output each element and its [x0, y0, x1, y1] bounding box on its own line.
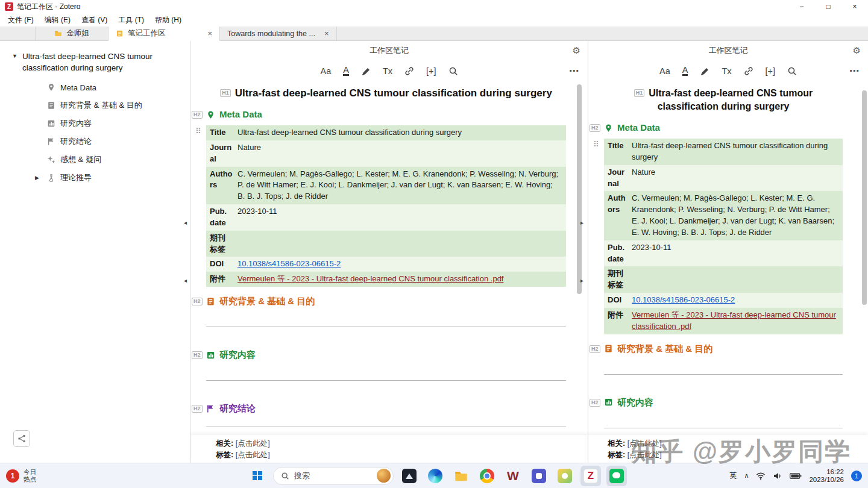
format-text-icon[interactable]: Aa	[320, 66, 331, 76]
tab-library[interactable]: 金师姐	[35, 27, 108, 40]
pane-collapse-handle[interactable]: ▸	[580, 219, 583, 226]
clear-formatting-icon[interactable]: Tx	[383, 66, 392, 76]
start-button[interactable]	[247, 466, 268, 486]
outline-item-background[interactable]: 研究背景 & 基础 & 目的	[0, 96, 190, 114]
network-icon[interactable]	[756, 471, 766, 481]
close-button[interactable]: ×	[841, 0, 868, 13]
meta-table: TitleUltra-fast deep-learned CNS tumour …	[206, 125, 566, 287]
menu-tools[interactable]: 工具 (T)	[113, 13, 149, 27]
clear-formatting-icon[interactable]: Tx	[722, 66, 731, 76]
minimize-button[interactable]: −	[788, 0, 815, 13]
share-icon[interactable]	[13, 430, 30, 447]
format-text-icon[interactable]: Aa	[659, 66, 670, 76]
news-widget[interactable]: 1 今日 热点	[0, 469, 55, 483]
note-editor-content[interactable]: H1Ultra-fast deep-learned CNS tumour cla…	[588, 82, 868, 435]
gear-icon[interactable]: ⚙	[853, 45, 861, 56]
search-icon[interactable]	[448, 66, 458, 76]
meta-value: Nature	[628, 165, 843, 192]
attachment-link[interactable]: Vermeulen 等 - 2023 - Ultra-fast deep-lea…	[632, 310, 836, 331]
tags-line: 标签: [点击此处]	[216, 449, 588, 461]
pane-collapse-handle[interactable]: ◂	[184, 277, 187, 284]
menu-view[interactable]: 查看 (V)	[76, 13, 113, 27]
yellow-app-icon[interactable]	[555, 466, 575, 486]
meta-row-journal-tag: 期刊标签	[604, 266, 843, 293]
w-app-icon[interactable]: W	[503, 466, 523, 486]
pin-icon	[206, 110, 215, 119]
outline-item-theory[interactable]: ▶ 理论推导	[0, 169, 190, 187]
meta-label: 附件	[206, 272, 234, 287]
meta-row-doi: DOI10.1038/s41586-023-06615-2	[604, 293, 843, 308]
insert-citation-icon[interactable]: [+]	[426, 66, 436, 76]
ime-indicator[interactable]: 英	[729, 471, 737, 481]
tray-expand-icon[interactable]: ∧	[744, 472, 749, 480]
insert-citation-icon[interactable]: [+]	[766, 66, 776, 76]
note-title: H1Ultra-fast deep-learned CNS tumour cla…	[206, 87, 566, 100]
meta-label: Title	[206, 125, 234, 140]
menu-help[interactable]: 帮助 (H)	[149, 13, 187, 27]
font-color-icon[interactable]: A	[343, 66, 349, 76]
close-tab-icon[interactable]: ×	[319, 29, 329, 38]
taskbar-search[interactable]: 搜索	[273, 467, 394, 485]
outline-item-meta-data[interactable]: Meta Data	[0, 78, 190, 96]
more-options-icon[interactable]: ⋯	[569, 66, 579, 76]
meta-row-authors: AuthorsC. Vermeulen; M. Pagès-Gallego; L…	[604, 191, 843, 240]
related-placeholder[interactable]: [点击此处]	[236, 439, 270, 448]
search-highlight-image[interactable]	[377, 469, 391, 483]
collapse-triangle-icon[interactable]: ▼	[12, 51, 17, 74]
clock[interactable]: 16:22 2023/10/26	[809, 468, 844, 484]
highlighter-icon[interactable]	[700, 66, 709, 76]
share-network-icon	[17, 434, 27, 443]
menu-edit[interactable]: 编辑 (E)	[39, 13, 76, 27]
volume-icon[interactable]	[773, 471, 782, 481]
pane-collapse-handle[interactable]: ▸	[580, 277, 583, 284]
tray-time: 16:22	[826, 468, 844, 476]
scrollbar-thumb[interactable]	[862, 90, 867, 305]
tags-placeholder[interactable]: [点击此处]	[236, 451, 270, 459]
meta-row-pubdate: Pub. date2023-10-11	[206, 204, 566, 231]
note-editor-content[interactable]: H1Ultra-fast deep-learned CNS tumour cla…	[190, 82, 588, 435]
meta-label: Pub. date	[206, 204, 234, 231]
chrome-icon[interactable]	[477, 466, 497, 486]
close-tab-icon[interactable]: ×	[203, 29, 212, 38]
purple-app-icon[interactable]	[529, 466, 549, 486]
battery-icon[interactable]	[790, 471, 802, 481]
gallery-app-icon[interactable]	[399, 466, 420, 486]
font-color-icon[interactable]: A	[682, 66, 688, 76]
zotero-taskbar-icon[interactable]: Z	[580, 466, 601, 486]
green-app-icon[interactable]	[606, 466, 627, 486]
outline-root-item[interactable]: ▼ Ultra-fast deep-learned CNS tumour cla…	[12, 51, 183, 74]
zotero-logo-icon: Z	[5, 2, 13, 11]
attachment-link[interactable]: Vermeulen 等 - 2023 - Ultra-fast deep-lea…	[237, 274, 503, 283]
section-heading-conclusion: H2 研究结论	[206, 402, 566, 414]
meta-table-wrap: ⠿ TitleUltra-fast deep-learned CNS tumou…	[206, 125, 566, 287]
outline-item-conclusion[interactable]: 研究结论	[0, 133, 190, 151]
edge-icon[interactable]	[425, 466, 445, 486]
pane-collapse-handle[interactable]: ◂	[184, 219, 187, 226]
gear-icon[interactable]: ⚙	[573, 45, 580, 56]
tab-note-workspace[interactable]: 笔记工作区 ×	[108, 27, 220, 41]
outline-item-content[interactable]: 研究内容	[0, 114, 190, 133]
book-icon	[47, 101, 55, 110]
scrollbar-thumb[interactable]	[577, 84, 582, 294]
link-icon[interactable]	[404, 66, 414, 76]
collapse-triangle-icon[interactable]: ▶	[35, 175, 42, 181]
search-icon[interactable]	[787, 66, 797, 76]
highlighter-icon[interactable]	[361, 66, 371, 76]
doi-link[interactable]: 10.1038/s41586-023-06615-2	[632, 295, 735, 304]
notification-badge[interactable]: 1	[851, 471, 862, 481]
drag-handle-icon[interactable]: ⠿	[195, 127, 201, 136]
outline-item-thoughts[interactable]: 感想 & 疑问	[0, 151, 190, 169]
link-icon[interactable]	[744, 66, 753, 76]
drag-handle-icon[interactable]: ⠿	[593, 140, 599, 149]
tab-reader-document[interactable]: Towards modulating the ... ×	[220, 27, 337, 40]
menu-file[interactable]: 文件 (F)	[2, 13, 39, 27]
chart-icon	[47, 119, 55, 128]
section-heading-content: H2 研究内容	[604, 396, 843, 408]
maximize-button[interactable]: □	[815, 0, 841, 13]
flag-icon	[206, 404, 215, 413]
section-heading-background: H2 研究背景 & 基础 & 目的	[206, 295, 566, 307]
doi-link[interactable]: 10.1038/s41586-023-06615-2	[237, 259, 341, 268]
more-options-icon[interactable]: ⋯	[849, 66, 860, 76]
file-explorer-icon[interactable]	[451, 466, 471, 486]
tab-label: Towards modulating the ...	[227, 30, 315, 38]
